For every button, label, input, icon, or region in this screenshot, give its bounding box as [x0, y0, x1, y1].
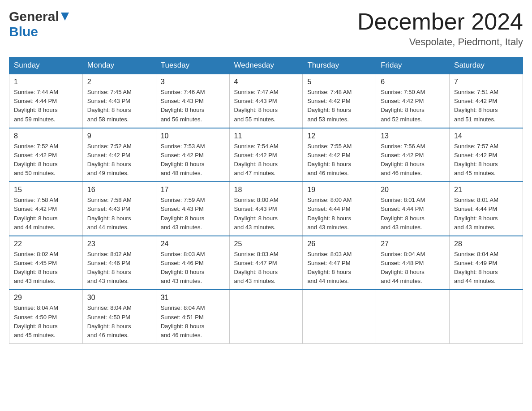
- day-number: 30: [87, 294, 151, 302]
- calendar-cell: 31 Sunrise: 8:04 AMSunset: 4:51 PMDaylig…: [156, 290, 229, 343]
- calendar-cell: [303, 290, 376, 343]
- month-title: December 2024: [357, 9, 523, 34]
- day-info: Sunrise: 7:58 AMSunset: 4:43 PMDaylight:…: [87, 197, 132, 230]
- calendar-header-wednesday: Wednesday: [229, 57, 303, 74]
- day-info: Sunrise: 7:53 AMSunset: 4:42 PMDaylight:…: [161, 143, 205, 176]
- calendar-cell: 18 Sunrise: 8:00 AMSunset: 4:43 PMDaylig…: [229, 182, 303, 236]
- calendar-header-friday: Friday: [376, 57, 450, 74]
- day-number: 13: [381, 132, 445, 140]
- logo-general-text: General: [9, 9, 59, 24]
- day-info: Sunrise: 7:45 AMSunset: 4:43 PMDaylight:…: [87, 89, 132, 122]
- day-info: Sunrise: 8:04 AMSunset: 4:50 PMDaylight:…: [14, 304, 58, 338]
- calendar-cell: 28 Sunrise: 8:04 AMSunset: 4:49 PMDaylig…: [450, 236, 523, 290]
- calendar-cell: [376, 290, 450, 343]
- day-info: Sunrise: 7:46 AMSunset: 4:43 PMDaylight:…: [161, 89, 205, 122]
- calendar-week-5: 29 Sunrise: 8:04 AMSunset: 4:50 PMDaylig…: [9, 290, 523, 343]
- day-info: Sunrise: 7:44 AMSunset: 4:44 PMDaylight:…: [14, 89, 58, 122]
- logo-triangle-icon: [61, 13, 69, 22]
- day-number: 9: [87, 132, 151, 140]
- day-info: Sunrise: 7:51 AMSunset: 4:42 PMDaylight:…: [454, 89, 498, 122]
- day-info: Sunrise: 8:04 AMSunset: 4:50 PMDaylight:…: [87, 304, 132, 338]
- day-number: 20: [381, 186, 445, 194]
- svg-marker-0: [61, 13, 69, 21]
- calendar-cell: 13 Sunrise: 7:56 AMSunset: 4:42 PMDaylig…: [376, 128, 450, 182]
- calendar-cell: 3 Sunrise: 7:46 AMSunset: 4:43 PMDayligh…: [156, 74, 229, 128]
- day-info: Sunrise: 8:04 AMSunset: 4:49 PMDaylight:…: [454, 251, 498, 284]
- day-number: 12: [307, 132, 371, 140]
- calendar-header-tuesday: Tuesday: [156, 57, 229, 74]
- day-info: Sunrise: 7:58 AMSunset: 4:42 PMDaylight:…: [14, 197, 58, 230]
- calendar-cell: 14 Sunrise: 7:57 AMSunset: 4:42 PMDaylig…: [450, 128, 523, 182]
- calendar-week-1: 1 Sunrise: 7:44 AMSunset: 4:44 PMDayligh…: [9, 74, 523, 128]
- day-info: Sunrise: 7:50 AMSunset: 4:42 PMDaylight:…: [381, 89, 425, 122]
- day-number: 5: [307, 78, 371, 86]
- calendar-cell: 20 Sunrise: 8:01 AMSunset: 4:44 PMDaylig…: [376, 182, 450, 236]
- calendar-week-2: 8 Sunrise: 7:52 AMSunset: 4:42 PMDayligh…: [9, 128, 523, 182]
- calendar-cell: 26 Sunrise: 8:03 AMSunset: 4:47 PMDaylig…: [303, 236, 376, 290]
- calendar-header-row: SundayMondayTuesdayWednesdayThursdayFrid…: [9, 57, 523, 74]
- day-number: 7: [454, 78, 518, 86]
- calendar-week-4: 22 Sunrise: 8:02 AMSunset: 4:45 PMDaylig…: [9, 236, 523, 290]
- day-number: 16: [87, 186, 151, 194]
- day-number: 31: [161, 294, 225, 302]
- day-info: Sunrise: 8:02 AMSunset: 4:45 PMDaylight:…: [14, 251, 58, 284]
- calendar-cell: 19 Sunrise: 8:00 AMSunset: 4:44 PMDaylig…: [303, 182, 376, 236]
- day-info: Sunrise: 8:03 AMSunset: 4:47 PMDaylight:…: [234, 251, 279, 284]
- day-info: Sunrise: 7:56 AMSunset: 4:42 PMDaylight:…: [381, 143, 425, 176]
- day-info: Sunrise: 8:03 AMSunset: 4:46 PMDaylight:…: [161, 251, 205, 284]
- day-number: 22: [14, 240, 78, 248]
- day-number: 17: [161, 186, 225, 194]
- calendar-cell: 15 Sunrise: 7:58 AMSunset: 4:42 PMDaylig…: [9, 182, 83, 236]
- day-number: 29: [14, 294, 78, 302]
- day-number: 28: [454, 240, 518, 248]
- day-info: Sunrise: 7:48 AMSunset: 4:42 PMDaylight:…: [307, 89, 352, 122]
- day-number: 18: [234, 186, 298, 194]
- day-number: 3: [161, 78, 225, 86]
- calendar-cell: 10 Sunrise: 7:53 AMSunset: 4:42 PMDaylig…: [156, 128, 229, 182]
- calendar-cell: [450, 290, 523, 343]
- calendar-cell: 12 Sunrise: 7:55 AMSunset: 4:42 PMDaylig…: [303, 128, 376, 182]
- page-header: General Blue December 2024 Vespolate, Pi…: [9, 9, 523, 48]
- calendar-cell: 17 Sunrise: 7:59 AMSunset: 4:43 PMDaylig…: [156, 182, 229, 236]
- calendar-header-thursday: Thursday: [303, 57, 376, 74]
- location-subtitle: Vespolate, Piedmont, Italy: [357, 36, 523, 48]
- day-number: 21: [454, 186, 518, 194]
- day-info: Sunrise: 7:57 AMSunset: 4:42 PMDaylight:…: [454, 143, 498, 176]
- day-info: Sunrise: 7:52 AMSunset: 4:42 PMDaylight:…: [87, 143, 132, 176]
- calendar-cell: 25 Sunrise: 8:03 AMSunset: 4:47 PMDaylig…: [229, 236, 303, 290]
- title-section: December 2024 Vespolate, Piedmont, Italy: [357, 9, 523, 48]
- day-info: Sunrise: 7:52 AMSunset: 4:42 PMDaylight:…: [14, 143, 58, 176]
- day-number: 11: [234, 132, 298, 140]
- calendar-cell: 9 Sunrise: 7:52 AMSunset: 4:42 PMDayligh…: [82, 128, 156, 182]
- calendar-cell: 1 Sunrise: 7:44 AMSunset: 4:44 PMDayligh…: [9, 74, 83, 128]
- day-number: 15: [14, 186, 78, 194]
- day-number: 1: [14, 78, 78, 86]
- day-number: 6: [381, 78, 445, 86]
- day-number: 19: [307, 186, 371, 194]
- calendar-cell: 7 Sunrise: 7:51 AMSunset: 4:42 PMDayligh…: [450, 74, 523, 128]
- day-info: Sunrise: 8:01 AMSunset: 4:44 PMDaylight:…: [454, 197, 498, 230]
- calendar-header-monday: Monday: [82, 57, 156, 74]
- day-info: Sunrise: 7:55 AMSunset: 4:42 PMDaylight:…: [307, 143, 352, 176]
- day-number: 4: [234, 78, 298, 86]
- calendar-cell: 4 Sunrise: 7:47 AMSunset: 4:43 PMDayligh…: [229, 74, 303, 128]
- day-info: Sunrise: 7:47 AMSunset: 4:43 PMDaylight:…: [234, 89, 279, 122]
- day-info: Sunrise: 8:04 AMSunset: 4:51 PMDaylight:…: [161, 304, 205, 338]
- day-info: Sunrise: 7:54 AMSunset: 4:42 PMDaylight:…: [234, 143, 279, 176]
- calendar-cell: 24 Sunrise: 8:03 AMSunset: 4:46 PMDaylig…: [156, 236, 229, 290]
- day-number: 24: [161, 240, 225, 248]
- calendar-cell: 21 Sunrise: 8:01 AMSunset: 4:44 PMDaylig…: [450, 182, 523, 236]
- calendar-cell: 30 Sunrise: 8:04 AMSunset: 4:50 PMDaylig…: [82, 290, 156, 343]
- calendar-cell: 2 Sunrise: 7:45 AMSunset: 4:43 PMDayligh…: [82, 74, 156, 128]
- day-info: Sunrise: 8:00 AMSunset: 4:44 PMDaylight:…: [307, 197, 352, 230]
- day-number: 26: [307, 240, 371, 248]
- calendar-table: SundayMondayTuesdayWednesdayThursdayFrid…: [9, 57, 523, 344]
- calendar-cell: 16 Sunrise: 7:58 AMSunset: 4:43 PMDaylig…: [82, 182, 156, 236]
- calendar-header-saturday: Saturday: [450, 57, 523, 74]
- day-number: 27: [381, 240, 445, 248]
- day-number: 23: [87, 240, 151, 248]
- day-number: 2: [87, 78, 151, 86]
- day-number: 8: [14, 132, 78, 140]
- logo-blue-text: Blue: [9, 24, 38, 39]
- calendar-cell: 29 Sunrise: 8:04 AMSunset: 4:50 PMDaylig…: [9, 290, 83, 343]
